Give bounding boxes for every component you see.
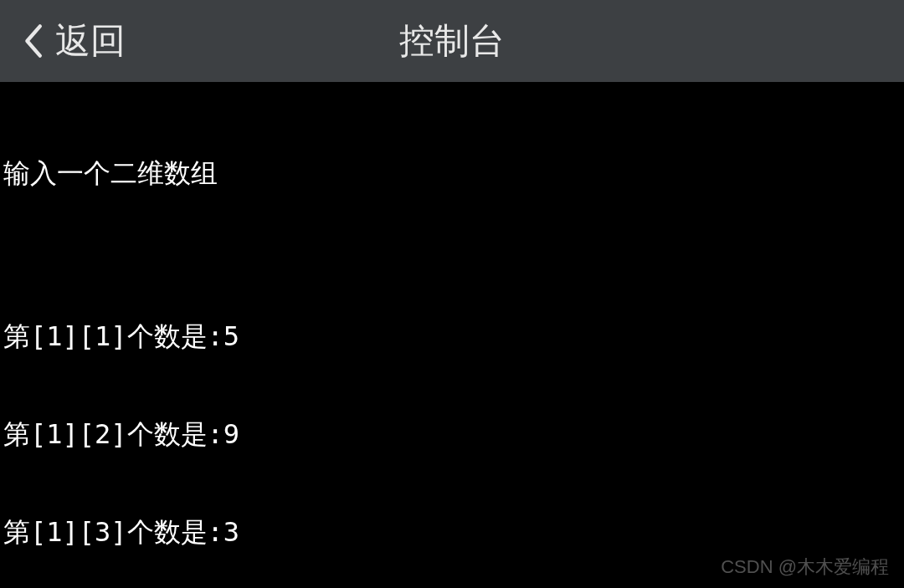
chevron-left-icon — [17, 25, 49, 57]
page-title: 控制台 — [399, 18, 505, 64]
header-bar: 返回 控制台 — [0, 0, 904, 82]
back-button[interactable]: 返回 — [0, 18, 126, 64]
back-label: 返回 — [55, 18, 126, 64]
watermark: CSDN @木木爱编程 — [721, 555, 889, 580]
console-line-intro: 输入一个二维数组 — [3, 157, 901, 190]
console-line: 第[1][3]个数是:3 — [3, 516, 901, 549]
console-line: 第[1][1]个数是:5 — [3, 320, 901, 353]
console-line: 第[1][2]个数是:9 — [3, 418, 901, 451]
console-output[interactable]: 输入一个二维数组 第[1][1]个数是:5 第[1][2]个数是:9 第[1][… — [0, 82, 904, 588]
